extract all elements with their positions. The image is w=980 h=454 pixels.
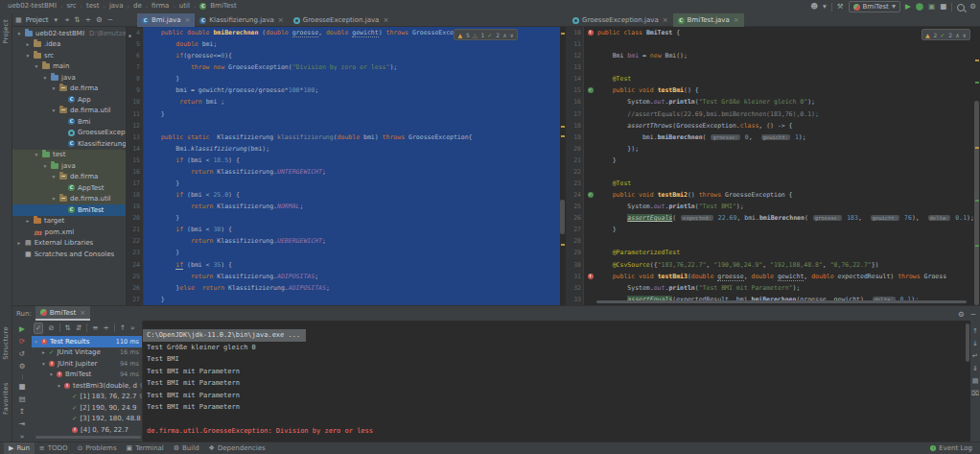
tree-chevron-icon[interactable]: ▸ — [16, 240, 22, 246]
project-tree-row[interactable]: mpom.xml — [12, 227, 126, 238]
tab-close-icon[interactable]: × — [278, 16, 284, 24]
prev-issue-icon[interactable]: ∧ — [502, 32, 506, 38]
test-console-output[interactable]: C:\OpenJDK\jdk-11.0.2\bin\java.exe ...Te… — [143, 321, 970, 442]
project-tree-row[interactable]: CBmi — [12, 116, 126, 128]
statusbar-tab-Build[interactable]: ⚙Build — [169, 442, 204, 454]
breadcrumb-item[interactable]: de — [133, 2, 142, 10]
project-tree-row[interactable]: ▾de.firma.util — [12, 106, 126, 117]
project-tree-row[interactable]: ▾de.firma — [12, 172, 126, 183]
soft-wrap-icon[interactable]: ↵ — [972, 353, 978, 360]
search-everywhere-icon[interactable] — [957, 4, 965, 12]
event-log-button[interactable]: ! Event Log — [930, 444, 980, 452]
settings-gear-icon[interactable]: ⚙ — [958, 308, 965, 322]
statusbar-tab-Dependencies[interactable]: ❖Dependencies — [204, 442, 270, 454]
typo-icon[interactable]: ✓ — [487, 32, 492, 38]
tool-button-favorites[interactable]: Favorites — [2, 382, 10, 415]
import-test-results-icon[interactable]: ↥ — [19, 407, 25, 417]
coverage-icon[interactable]: ▣ — [928, 0, 935, 13]
sort-by-duration-icon[interactable]: ⇵ — [76, 322, 82, 335]
warning-icon[interactable]: ▲ — [457, 32, 462, 38]
project-tree-row[interactable]: CKlassifizierung — [12, 138, 126, 150]
statusbar-tab-Problems[interactable]: ⊙Problems — [72, 442, 121, 454]
debug-bug-icon[interactable]: ⬤ — [916, 0, 923, 13]
tree-chevron-icon[interactable]: ▾ — [51, 196, 57, 202]
run-configuration-select[interactable]: BmiTest ▾ — [849, 1, 900, 12]
inspections-widget[interactable]: ▲5△1✓2∧∨ — [454, 29, 518, 40]
editor-tab-GroesseException.java[interactable]: GroesseException.java× — [568, 13, 673, 27]
breadcrumb-item[interactable]: src — [66, 2, 76, 10]
hammer-icon[interactable]: ⚒ — [837, 0, 844, 13]
tree-chevron-icon[interactable]: ▾ — [25, 53, 31, 59]
test-tree-row[interactable]: ✓[2] 190, 90, 24.9 — [32, 402, 142, 414]
project-tree-row[interactable]: ▾java — [12, 72, 126, 84]
inspections-widget[interactable]: ▲2✓2∧∨ — [922, 29, 970, 40]
test-tree-row[interactable]: ✓[1] 183, 76, 22.794 ms — [32, 392, 142, 403]
settings-wrench-icon[interactable]: ⚙ — [19, 362, 26, 371]
tree-chevron-icon[interactable]: ▾ — [16, 31, 22, 36]
print-icon[interactable]: ▤ — [972, 378, 979, 385]
project-tree-row[interactable]: ▾java — [12, 160, 126, 172]
tab-close-icon[interactable]: × — [184, 16, 190, 24]
thread-dump-icon[interactable]: ▤ — [18, 394, 25, 404]
tab-close-icon[interactable]: × — [383, 16, 388, 24]
locate-file-icon[interactable]: ⌖ — [65, 13, 69, 27]
statusbar-tab-Run[interactable]: ▶Run — [4, 442, 35, 454]
collapse-all-icon[interactable]: ÷ — [103, 322, 108, 335]
scrollbar-thumb[interactable] — [560, 200, 565, 234]
expand-all-icon[interactable]: ⇅ — [74, 13, 80, 27]
rerun-tests-icon[interactable]: ▶ — [19, 324, 25, 334]
test-history-icon[interactable]: ↺ — [19, 349, 25, 359]
editor-tab-BmiTest.java[interactable]: CBmiTest.java× — [673, 13, 744, 27]
tree-chevron-icon[interactable]: ▾ — [51, 108, 57, 113]
project-tree-row[interactable]: CAppTest — [12, 182, 126, 194]
tree-chevron-icon[interactable]: ▾ — [34, 339, 38, 345]
run-tab-bmitest[interactable]: BmiTest × — [35, 306, 90, 321]
expand-all-icon[interactable]: ≡ — [92, 322, 98, 335]
project-tree-row[interactable]: ▦Scratches and Consoles — [12, 249, 126, 260]
tree-chevron-icon[interactable]: ▾ — [41, 361, 46, 367]
run-test-passed-icon[interactable]: ✓ — [588, 87, 594, 93]
project-tree-row[interactable]: ▾ueb02-testBMID:\Benutzerdaten\Me — [12, 28, 126, 39]
test-tree-row[interactable]: ![4] 0, 76, 22.7 — [32, 424, 142, 436]
breadcrumb-item[interactable]: java — [109, 2, 124, 10]
project-tree-row[interactable]: ▾test — [12, 150, 126, 161]
test-tree-row[interactable]: ▾!Test Results110 ms — [32, 336, 142, 347]
breadcrumb-leaf[interactable]: BmiTest — [210, 2, 236, 10]
horizontal-scrollbar[interactable] — [596, 300, 967, 303]
tree-chevron-icon[interactable]: ▾ — [34, 152, 39, 157]
console-scrollbar-thumb[interactable] — [966, 323, 969, 362]
tree-chevron-icon[interactable]: ▸ — [25, 218, 31, 224]
scroll-up-icon[interactable]: ↑ — [972, 328, 978, 335]
scroll-to-end-icon[interactable]: ⇓ — [972, 366, 978, 372]
tab-close-icon[interactable]: × — [663, 16, 668, 24]
settings-gear-icon[interactable]: ⚙ — [969, 0, 976, 13]
user-icon[interactable]: ☻ — [810, 0, 818, 13]
statusbar-tab-Terminal[interactable]: ▣Terminal — [122, 442, 169, 454]
project-tree-row[interactable]: ▾de.firma — [12, 84, 126, 95]
tree-chevron-icon[interactable]: ▾ — [51, 85, 57, 91]
next-issue-icon[interactable]: ∨ — [510, 32, 514, 38]
editor-bmitest-java[interactable]: 1011121314151617181920212223242526272829… — [568, 27, 980, 305]
project-tree-row[interactable]: CApp — [12, 94, 126, 106]
hide-panel-icon[interactable]: − — [970, 308, 976, 322]
tree-chevron-icon[interactable]: ▸ — [41, 349, 46, 355]
tree-chevron-icon[interactable]: ▾ — [42, 163, 48, 169]
breadcrumb-item[interactable]: firma — [152, 2, 169, 10]
tree-chevron-icon[interactable]: ▾ — [57, 383, 61, 389]
hide-panel-icon[interactable]: − — [107, 13, 113, 27]
test-results-tree[interactable]: ▾!Test Results110 ms▸✓JUnit Vintage16 ms… — [32, 336, 142, 442]
test-tree-row[interactable]: ▾!testBmi3(double, d94 ms — [32, 380, 142, 392]
rerun-failed-tests-icon[interactable]: ⟳ — [19, 337, 25, 346]
collapse-all-icon[interactable]: ÷ — [85, 13, 91, 27]
test-tree-row[interactable]: ▸✓JUnit Vintage16 ms — [32, 347, 142, 359]
show-passed-icon[interactable]: ✓ — [34, 323, 43, 334]
tool-button-project[interactable]: Project — [2, 19, 10, 44]
close-icon[interactable]: × — [80, 309, 85, 317]
tree-chevron-icon[interactable]: ▾ — [42, 75, 48, 81]
tree-chevron-icon[interactable]: ▾ — [49, 371, 54, 377]
tool-button-structure[interactable]: Structure — [2, 326, 10, 360]
breadcrumb-item[interactable]: test — [86, 2, 99, 10]
statusbar-tab-TODO[interactable]: ≡TODO — [35, 442, 73, 454]
stop-icon[interactable]: ■ — [940, 0, 946, 13]
project-tree-row[interactable]: ▸target — [12, 216, 126, 227]
